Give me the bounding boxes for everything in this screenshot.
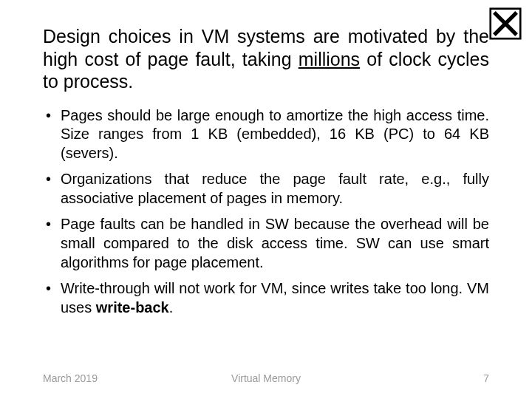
slide-title: Design choices in VM systems are motivat… [43, 25, 489, 93]
bullet-list: Pages should be large enough to amortize… [43, 106, 489, 318]
list-item: Pages should be large enough to amortize… [43, 106, 489, 163]
list-item: Page faults can be handled in SW because… [43, 215, 489, 272]
slide-footer: March 2019 Virtual Memory 7 [43, 372, 489, 384]
list-item: Write-through will not work for VM, sinc… [43, 279, 489, 317]
slide: Design choices in VM systems are motivat… [0, 0, 532, 399]
technion-aleph-logo [489, 7, 522, 40]
footer-date: March 2019 [43, 372, 98, 384]
list-item: Organizations that reduce the page fault… [43, 170, 489, 208]
footer-title: Virtual Memory [43, 372, 489, 384]
footer-page-number: 7 [483, 372, 489, 384]
